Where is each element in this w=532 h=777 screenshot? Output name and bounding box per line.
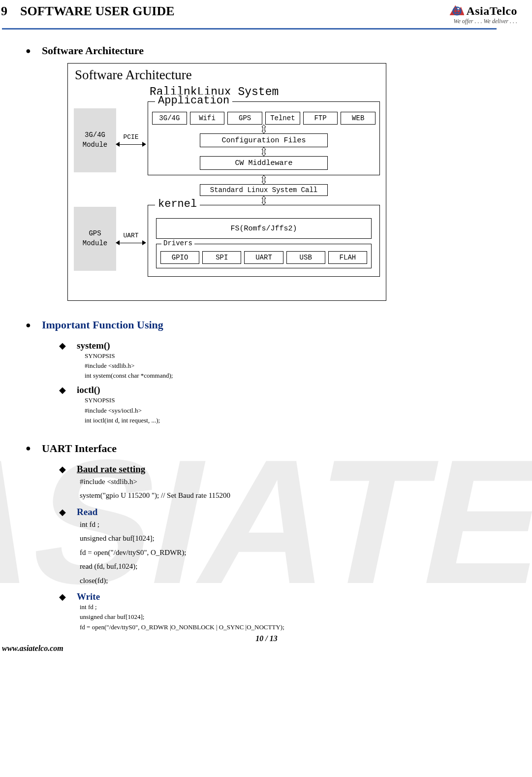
connector-pcie: PCIE — [123, 133, 138, 141]
double-arrow-icon — [148, 175, 380, 184]
app-cell: 3G/4G — [152, 112, 187, 125]
chapter-number: 9 — [1, 4, 7, 19]
module-label: Module — [83, 239, 107, 249]
drivers-group: Drivers GPIO SPI UART USB FLAH — [156, 244, 372, 268]
connector-line-icon — [117, 141, 145, 148]
subsection-write: Write — [77, 591, 100, 602]
architecture-diagram: Software Architecture 3G/4G Module PCIE — [67, 63, 386, 301]
subsection-system: system() — [77, 340, 110, 351]
code-line: SYNOPSIS — [85, 351, 532, 361]
standard-call: Standard Linux System Call — [200, 184, 328, 196]
application-group: Application 3G/4G Wifi GPS Telnet FTP WE… — [148, 101, 380, 175]
code-line: fd = open("/dev/ttyS0", O_RDWR |O_NONBLO… — [80, 622, 532, 632]
page-number: 10 / 13 — [1, 634, 532, 643]
connector-uart: UART — [123, 232, 138, 239]
section-important-function: Important Function Using — [42, 319, 163, 331]
bullet-diamond-icon: ◆ — [59, 507, 66, 518]
subsection-read: Read — [77, 507, 97, 518]
section-software-architecture: Software Architecture — [42, 44, 144, 57]
filesystem: FS(Romfs/Jffs2) — [156, 218, 372, 239]
bullet-diamond-icon: ◆ — [59, 385, 66, 395]
bullet-diamond-icon: ◆ — [59, 340, 66, 351]
diagram-title: Software Architecture — [75, 67, 380, 83]
code-line: fd = open("/dev/ttyS0", O_RDWR); — [80, 546, 532, 560]
code-line: #include <sys/ioctl.h> — [85, 406, 532, 416]
code-line: int fd ; — [80, 518, 532, 532]
code-line: #include <stdlib.h> — [80, 475, 532, 489]
code-line: unsigned char buf[1024]; — [80, 612, 532, 622]
app-cell: WEB — [341, 112, 376, 125]
globe-icon — [448, 4, 464, 18]
code-line: SYNOPSIS — [85, 395, 532, 405]
chapter-title: SOFTWARE USER GUIDE — [20, 4, 175, 19]
kernel-label: kernel — [155, 198, 200, 210]
code-line: int ioctl(int d, int request, ...); — [85, 416, 532, 425]
code-line: close(fd); — [80, 574, 532, 588]
footer-url: www.asiatelco.com — [2, 644, 532, 653]
code-line: #include <stdlib.h> — [85, 361, 532, 371]
module-label: Module — [83, 140, 107, 150]
double-arrow-icon — [152, 147, 376, 156]
bullet-diamond-icon: ◆ — [59, 591, 66, 602]
middleware: CW Middleware — [200, 156, 328, 170]
config-files: Configuration Files — [200, 133, 328, 147]
code-line: int fd ; — [80, 602, 532, 612]
module-gps: GPS Module — [74, 207, 116, 271]
code-line: int system(const char *command); — [85, 371, 532, 381]
module-label: GPS — [89, 229, 101, 239]
logo-name: AsiaTelco — [466, 4, 517, 18]
application-label: Application — [155, 95, 232, 107]
section-uart-interface: UART Interface — [42, 442, 117, 455]
code-line: system("gpio U 115200 "); // Set Baud ra… — [80, 488, 532, 503]
logo-tagline: We offer . . . We deliver . . . — [448, 18, 517, 25]
drivers-label: Drivers — [161, 239, 194, 247]
app-cell: Telnet — [265, 112, 300, 125]
code-line: unsigned char buf[1024]; — [80, 531, 532, 546]
app-cell: FTP — [303, 112, 338, 125]
code-line: read (fd, buf,1024); — [80, 559, 532, 574]
module-label: 3G/4G — [85, 130, 105, 140]
connector-line-icon — [117, 239, 145, 246]
driver-cell: GPIO — [160, 251, 199, 264]
bullet-disc-icon: ● — [26, 46, 31, 56]
bullet-disc-icon: ● — [26, 443, 31, 453]
header-rule — [2, 28, 497, 30]
bullet-disc-icon: ● — [26, 320, 31, 330]
driver-cell: FLAH — [328, 251, 367, 264]
driver-cell: UART — [244, 251, 283, 264]
app-cell: Wifi — [190, 112, 225, 125]
kernel-group: kernel FS(Romfs/Jffs2) Drivers GPIO SPI … — [148, 205, 380, 277]
subsection-ioctl: ioctl() — [77, 385, 100, 395]
driver-cell: SPI — [202, 251, 241, 264]
double-arrow-icon — [152, 125, 376, 133]
bullet-diamond-icon: ◆ — [59, 464, 66, 475]
subsection-baud: Baud rate setting — [77, 464, 145, 475]
app-cell: GPS — [227, 112, 262, 125]
module-3g4g: 3G/4G Module — [74, 108, 116, 172]
logo: AsiaTelco We offer . . . We deliver . . … — [448, 4, 517, 25]
driver-cell: USB — [286, 251, 325, 264]
